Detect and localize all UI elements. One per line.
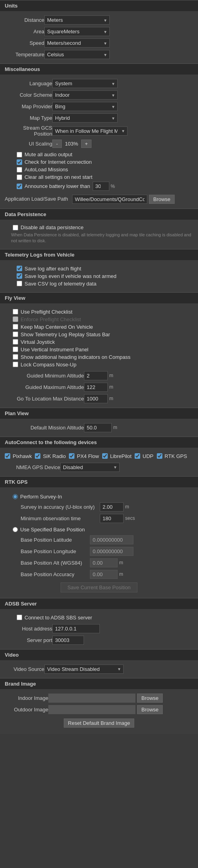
base-lon-input[interactable]	[90, 547, 133, 556]
vertical-instrument-row: Use Vertical Instrument Panel	[13, 346, 193, 353]
mute-audio-checkbox[interactable]	[17, 152, 22, 157]
map-type-select[interactable]: Hybrid Street Satellite	[52, 113, 118, 123]
app-path-input[interactable]	[72, 195, 147, 204]
ui-scaling-plus-button[interactable]: +	[81, 140, 91, 148]
reset-brand-image-button[interactable]: Reset Default Brand Image	[64, 719, 135, 728]
base-lat-input[interactable]	[90, 535, 133, 544]
app-path-browse-button[interactable]: Browse	[149, 195, 175, 204]
base-lon-row: Base Position Longitude	[21, 546, 193, 557]
outdoor-image-label: Outdoor Image	[5, 707, 48, 713]
adsb-port-input[interactable]	[52, 636, 84, 645]
udp-checkbox[interactable]	[135, 453, 140, 459]
keep-map-checkbox[interactable]	[13, 324, 18, 330]
base-accuracy-input[interactable]	[90, 570, 118, 579]
outdoor-image-row: Outdoor Image Browse	[5, 704, 193, 715]
speed-row: Speed Meters/second Feet/second ▼	[5, 37, 193, 49]
app-path-row: Application Load/Save Path Browse	[5, 192, 193, 205]
save-csv-label: Save CSV log of telemetry data	[25, 281, 96, 287]
map-type-select-wrap: Hybrid Street Satellite ▼	[52, 113, 118, 123]
libre-pilot-checkbox[interactable]	[102, 453, 108, 459]
base-lat-row: Base Position Latitude	[21, 534, 193, 546]
base-alt-input[interactable]	[90, 558, 118, 567]
default-alt-input[interactable]	[84, 423, 112, 432]
video-source-select[interactable]: Video Stream Disabled UDP RTSP	[44, 665, 124, 674]
language-select[interactable]: System English	[52, 79, 118, 88]
rtk-gps-connect-checkbox[interactable]	[157, 453, 162, 459]
adsb-connect-checkbox[interactable]	[17, 615, 22, 620]
vertical-instrument-checkbox[interactable]	[13, 347, 18, 352]
disable-data-row: Disable all data persistence	[5, 223, 193, 231]
perform-survey-radio[interactable]	[13, 494, 18, 499]
survey-accuracy-input[interactable]	[100, 502, 124, 512]
pixhawk-checkbox[interactable]	[5, 453, 10, 459]
clear-settings-checkbox[interactable]	[17, 174, 22, 180]
outdoor-image-input[interactable]	[48, 705, 135, 714]
announce-battery-checkbox[interactable]	[17, 184, 22, 189]
area-select-wrap: SquareMeters SquareFeet ▼	[44, 27, 110, 36]
map-provider-select[interactable]: Bing Google OpenStreetMap	[52, 102, 118, 111]
language-select-wrap: System English ▼	[52, 79, 118, 88]
area-select[interactable]: SquareMeters SquareFeet	[44, 27, 110, 36]
fly-view-header: Fly View	[0, 292, 198, 303]
indoor-image-browse-button[interactable]: Browse	[137, 694, 163, 703]
temperature-select[interactable]: Celsius Fahrenheit	[44, 50, 110, 59]
indoor-image-input[interactable]	[48, 694, 135, 703]
save-log-checkbox[interactable]	[17, 266, 22, 271]
distance-label: Distance	[5, 17, 44, 23]
virtual-joystick-checkbox[interactable]	[13, 339, 18, 345]
save-base-position-button[interactable]: Save Current Base Position	[61, 582, 137, 592]
base-alt-label: Base Position Alt (WGS84)	[21, 560, 90, 566]
show-telemetry-checkbox[interactable]	[13, 331, 18, 337]
guided-min-alt-unit: m	[109, 373, 113, 378]
show-telemetry-row: Show Telemetry Log Replay Status Bar	[13, 331, 193, 338]
save-not-armed-checkbox[interactable]	[17, 273, 22, 279]
autoload-label: AutoLoad Missions	[25, 167, 68, 172]
heading-indicators-checkbox[interactable]	[13, 354, 18, 360]
autoconnect-devices-row: Pixhawk SiK Radio PX4 Flow LibrePilot UD…	[5, 451, 193, 462]
save-not-armed-row: Save logs even if vehicle was not armed	[17, 272, 193, 280]
color-scheme-select[interactable]: Indoor Outdoor	[52, 90, 118, 100]
save-base-position-wrap: Save Current Base Position	[5, 580, 193, 595]
sik-radio-checkbox[interactable]	[35, 453, 40, 459]
vertical-instrument-label: Use Vertical Instrument Panel	[21, 347, 88, 353]
guided-min-alt-input[interactable]	[84, 371, 108, 380]
perform-survey-label: Perform Survey-In	[20, 494, 62, 500]
go-to-location-input[interactable]	[84, 394, 108, 403]
adsb-port-row: Server port	[5, 634, 193, 646]
battery-threshold-input[interactable]	[93, 182, 109, 191]
map-provider-select-wrap: Bing Google OpenStreetMap ▼	[52, 102, 118, 111]
rtk-survey-params: Survey in accuracy (U-blox only) m Minim…	[5, 501, 193, 524]
px4-flow-row: PX4 Flow	[69, 452, 99, 460]
enforce-preflight-checkbox[interactable]	[13, 316, 18, 322]
autoload-row: AutoLoad Missions	[17, 166, 193, 173]
min-observation-unit: secs	[125, 515, 135, 521]
distance-select-wrap: Meters Feet ▼	[44, 15, 110, 25]
lock-compass-checkbox[interactable]	[13, 362, 18, 367]
outdoor-image-browse-button[interactable]: Browse	[137, 705, 163, 714]
use-specified-radio[interactable]	[13, 527, 18, 532]
misc-header: Miscellaneous	[0, 63, 198, 75]
guided-min-alt-label: Guided Minimum Altitude	[5, 373, 84, 379]
announce-battery-row: Announce battery lower than %	[17, 181, 193, 192]
survey-accuracy-row: Survey in accuracy (U-blox only) m	[21, 501, 193, 513]
min-observation-input[interactable]	[100, 514, 124, 523]
distance-select[interactable]: Meters Feet	[44, 15, 110, 25]
px4-flow-checkbox[interactable]	[69, 453, 74, 459]
sik-radio-label: SiK Radio	[43, 453, 66, 459]
stream-gcs-label: Stream GCS Position	[5, 125, 52, 137]
use-preflight-checkbox[interactable]	[13, 309, 18, 314]
check-internet-label: Check for Internet connection	[25, 159, 92, 165]
autoload-checkbox[interactable]	[17, 167, 22, 172]
guided-max-alt-input[interactable]	[84, 383, 108, 392]
save-csv-checkbox[interactable]	[17, 281, 22, 286]
sik-radio-row: SiK Radio	[35, 452, 66, 460]
rtk-gps-connect-label: RTK GPS	[165, 453, 187, 459]
nmea-device-select[interactable]: Disabled USB TCP	[60, 463, 120, 472]
check-internet-checkbox[interactable]	[17, 159, 22, 165]
stream-gcs-select[interactable]: When in Follow Me Flight Mode Never Alwa…	[52, 126, 128, 136]
ui-scaling-minus-button[interactable]: -	[52, 140, 62, 148]
adsb-host-input[interactable]	[52, 624, 100, 633]
speed-select[interactable]: Meters/second Feet/second	[44, 38, 110, 48]
disable-data-checkbox[interactable]	[13, 225, 18, 230]
area-row: Area SquareMeters SquareFeet ▼	[5, 26, 193, 37]
